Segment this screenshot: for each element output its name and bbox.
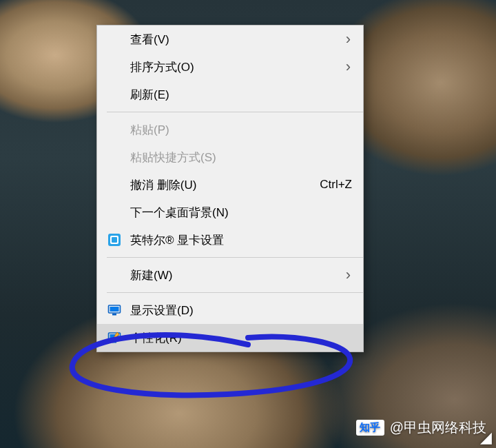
svg-rect-4 [110, 307, 119, 312]
menu-item-undo-delete[interactable]: 撤消 删除(U)Ctrl+Z [97, 171, 363, 198]
menu-item-label: 排序方式(O) [130, 59, 352, 75]
corner-glyph: ◢ [480, 430, 492, 445]
menu-separator [107, 292, 363, 293]
menu-item-label: 粘贴(P) [130, 122, 352, 138]
watermark: 知乎 @甲虫网络科技 [356, 418, 486, 437]
menu-item-paste-shortcut: 粘贴快捷方式(S) [97, 143, 363, 171]
menu-separator [107, 257, 363, 258]
menu-item-new[interactable]: 新建(W)› [97, 261, 363, 289]
display-icon [107, 303, 121, 317]
menu-item-label: 粘贴快捷方式(S) [130, 150, 352, 165]
menu-item-label: 新建(W) [130, 267, 352, 283]
menu-item-label: 撤消 删除(U) [130, 177, 320, 193]
menu-separator [107, 112, 363, 112]
desktop-context-menu[interactable]: 查看(V)›排序方式(O)›刷新(E)粘贴(P)粘贴快捷方式(S)撤消 删除(U… [96, 25, 364, 352]
menu-item-sort[interactable]: 排序方式(O)› [97, 53, 363, 81]
menu-item-refresh[interactable]: 刷新(E) [97, 81, 363, 108]
svg-rect-5 [112, 314, 116, 316]
menu-item-view[interactable]: 查看(V)› [97, 26, 363, 53]
intel-icon [107, 233, 121, 247]
menu-item-label: 个性化(R) [130, 330, 352, 346]
chevron-right-icon: › [346, 267, 351, 283]
menu-item-personalize[interactable]: 个性化(R) [97, 324, 363, 352]
zhihu-logo: 知乎 [356, 420, 384, 436]
menu-item-label: 查看(V) [130, 32, 352, 48]
menu-item-label: 刷新(E) [130, 87, 352, 103]
watermark-author: @甲虫网络科技 [390, 418, 486, 437]
menu-item-label: 显示设置(D) [130, 303, 352, 318]
svg-rect-2 [112, 237, 117, 243]
menu-item-next-wallpaper[interactable]: 下一个桌面背景(N) [97, 198, 363, 226]
personalize-icon [107, 331, 121, 345]
chevron-right-icon: › [346, 59, 351, 74]
menu-item-display-settings[interactable]: 显示设置(D) [97, 296, 363, 324]
menu-item-label: 下一个桌面背景(N) [130, 205, 352, 221]
svg-rect-8 [112, 341, 116, 343]
menu-item-intel-graphics[interactable]: 英特尔® 显卡设置 [97, 226, 363, 254]
chevron-right-icon: › [346, 32, 351, 47]
menu-item-shortcut: Ctrl+Z [320, 178, 352, 192]
menu-item-paste: 粘贴(P) [97, 116, 363, 143]
menu-item-label: 英特尔® 显卡设置 [130, 232, 352, 248]
